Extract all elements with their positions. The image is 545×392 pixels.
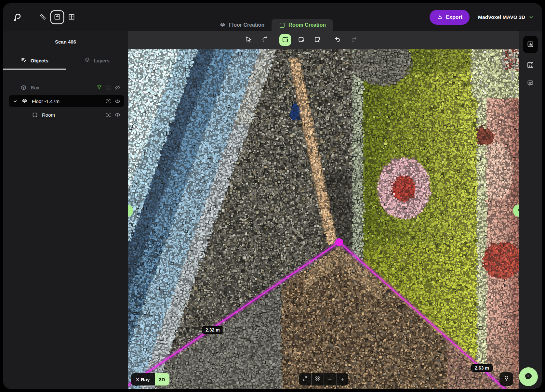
bar-chart-icon — [526, 40, 534, 49]
ruler-icon — [39, 13, 47, 22]
chevron-down-icon[interactable] — [12, 98, 18, 104]
app-window: Floor Creation Room Creation Export MadV… — [3, 3, 542, 389]
project-switcher[interactable]: MadVoxel MAVO 3D — [478, 14, 535, 20]
calculator-panel-button[interactable] — [525, 60, 536, 71]
chevron-left-icon — [128, 207, 130, 214]
filter-icon[interactable] — [96, 85, 102, 91]
focus-icon[interactable] — [105, 98, 112, 104]
undo-button[interactable] — [332, 34, 344, 46]
grid-icon — [68, 13, 75, 22]
redo-icon — [350, 36, 358, 44]
chat-dots-icon — [524, 372, 533, 382]
sidebar-tab-objects[interactable]: Objects — [3, 51, 66, 70]
workflow-tabs: Floor Creation Room Creation — [212, 19, 333, 31]
fit-frame-icon — [314, 375, 321, 383]
layers-icon — [84, 57, 91, 64]
focus-icon[interactable] — [105, 85, 112, 91]
object-label: Floor -1.47m — [32, 98, 60, 104]
pointer-icon — [245, 36, 252, 44]
fullscreen-button[interactable] — [299, 373, 311, 385]
object-label: Room — [42, 112, 55, 118]
download-icon — [437, 14, 443, 21]
app-logo-icon[interactable] — [10, 11, 23, 24]
floor-slab-icon — [219, 22, 226, 29]
grid-tool-button[interactable] — [65, 11, 78, 23]
object-row-box[interactable]: Box — [9, 81, 124, 94]
lightbulb-icon — [503, 375, 510, 383]
sidebar-tab-label: Layers — [94, 58, 110, 63]
cube-icon — [20, 84, 27, 91]
measure-tool-button[interactable] — [37, 11, 49, 23]
object-label: Box — [31, 85, 39, 90]
room-cursor-icon — [314, 36, 321, 44]
rotate-arrow-icon — [261, 36, 269, 44]
measurement-label: 2.63 m — [471, 364, 493, 372]
chat-button[interactable] — [519, 367, 538, 386]
object-list: Box — [3, 81, 128, 121]
canvas-toolbar — [128, 31, 519, 49]
eye-icon[interactable] — [114, 98, 121, 104]
object-row-floor[interactable]: Floor -1.47m — [9, 95, 124, 107]
object-row-room[interactable]: Room — [9, 109, 124, 121]
point-cloud-viewport[interactable]: 2.32 m 2.63 m X-Ray 3D — [128, 49, 519, 389]
duplicate-room-tool-button[interactable] — [296, 34, 307, 46]
eye-icon[interactable] — [114, 112, 121, 118]
hint-button[interactable] — [499, 372, 513, 386]
tab-label: Room Creation — [288, 22, 326, 28]
room-icon — [279, 22, 286, 29]
view-controls: − + — [299, 373, 348, 385]
calculator-icon — [526, 61, 535, 70]
rotate-tool-button[interactable] — [259, 34, 271, 46]
header-divider — [30, 12, 30, 22]
3d-mode-button[interactable]: 3D — [155, 373, 169, 385]
floorplan-icon — [53, 13, 61, 22]
app-header: Floor Creation Room Creation Export MadV… — [3, 3, 542, 31]
focus-icon[interactable] — [105, 112, 112, 118]
auto-room-sparkle-icon — [281, 36, 289, 45]
tab-label: Floor Creation — [229, 22, 264, 28]
chevron-down-icon — [528, 14, 535, 20]
undo-icon — [334, 36, 341, 44]
auto-room-tool-button[interactable] — [279, 34, 291, 46]
objects-list-edit-icon — [20, 57, 27, 64]
tab-room-creation[interactable]: Room Creation — [272, 19, 333, 31]
sidebar-tab-layers[interactable]: Layers — [66, 51, 128, 70]
expand-icon — [302, 375, 308, 383]
zoom-out-button[interactable]: − — [324, 373, 336, 385]
eye-off-icon[interactable] — [114, 85, 121, 91]
zoom-in-button[interactable]: + — [336, 373, 348, 385]
select-tool-button[interactable] — [243, 34, 255, 46]
floor-slab-icon — [21, 98, 28, 105]
xray-mode-button[interactable]: X-Ray — [131, 373, 155, 385]
objects-sidebar: Scan 406 Objects Layers — [3, 31, 128, 389]
chevron-left-icon — [516, 207, 519, 214]
pick-room-tool-button[interactable] — [312, 34, 324, 46]
redo-button[interactable] — [348, 34, 360, 46]
render-mode-toggle: X-Ray 3D — [131, 373, 169, 385]
fit-view-button[interactable] — [311, 373, 324, 385]
room-icon — [32, 112, 38, 118]
comments-panel-button[interactable] — [525, 78, 536, 89]
export-button[interactable]: Export — [430, 10, 470, 25]
tab-floor-creation[interactable]: Floor Creation — [212, 19, 272, 31]
point-cloud-canvas[interactable] — [128, 49, 519, 389]
measurement-label: 2.32 m — [202, 326, 223, 334]
export-label: Export — [446, 14, 462, 20]
scan-title: Scan 406 — [3, 31, 128, 51]
sidebar-tab-label: Objects — [31, 58, 48, 63]
right-rail — [519, 31, 542, 389]
duplicate-room-icon — [298, 36, 305, 44]
stats-panel-button[interactable] — [523, 36, 538, 53]
project-name: MadVoxel MAVO 3D — [478, 14, 525, 20]
floorplan-tool-button[interactable] — [51, 11, 63, 23]
comment-icon — [526, 79, 534, 88]
